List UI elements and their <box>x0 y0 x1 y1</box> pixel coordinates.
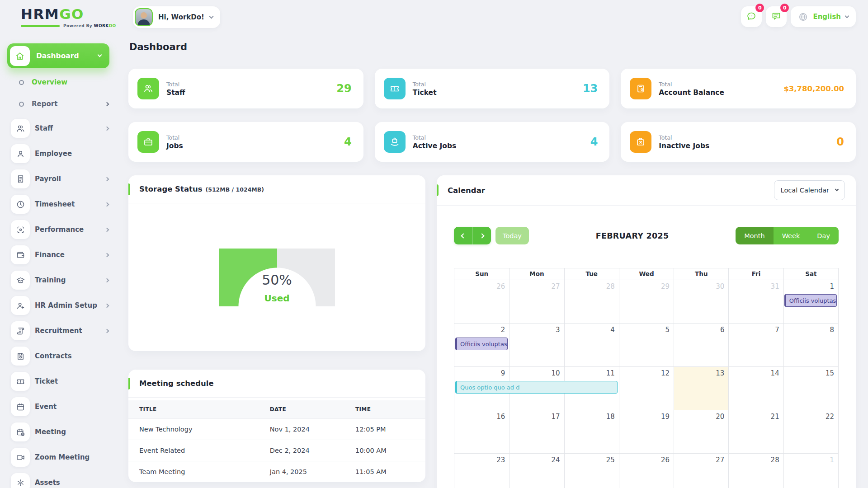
calendar-day-cell[interactable]: 23 <box>454 454 509 488</box>
calendar-week-row: 16171819202122 <box>454 410 838 453</box>
calendar-day-cell[interactable]: 16 <box>454 410 509 453</box>
calendar-source-value: Local Calendar <box>781 187 829 194</box>
notifications-button[interactable]: 0 <box>766 6 787 27</box>
day-header-sun: Sun <box>454 268 509 280</box>
stat-card-staff: TotalStaff29 <box>128 69 363 108</box>
sidebar-item-ticket[interactable]: Ticket <box>11 372 108 391</box>
day-number: 28 <box>606 282 615 291</box>
calendar-day-cell[interactable]: 7 <box>728 324 783 366</box>
calendar-day-cell[interactable]: 26 <box>454 280 509 323</box>
save-icon <box>11 347 30 366</box>
sidebar-item-employee[interactable]: Employee <box>11 144 108 163</box>
calendar-day-cell[interactable]: 4 <box>564 324 619 366</box>
calendar-day-cell[interactable]: 8 <box>783 324 838 366</box>
globe-icon <box>798 12 808 22</box>
prev-month-button[interactable] <box>454 227 472 244</box>
stat-value: 29 <box>332 82 351 95</box>
calendar-source-select[interactable]: Local Calendar <box>774 180 845 200</box>
sidebar-item-assets[interactable]: Assets <box>11 473 108 488</box>
chevron-down-icon <box>835 188 839 191</box>
sidebar-item-payroll[interactable]: Payroll <box>11 169 108 188</box>
calendar-day-cell[interactable]: 28 <box>564 280 619 323</box>
calendar-day-cell[interactable]: 29 <box>619 280 674 323</box>
sidebar-item-staff[interactable]: Staff <box>11 119 108 138</box>
stat-card-active-jobs: TotalActive Jobs4 <box>375 122 610 162</box>
next-month-button[interactable] <box>472 227 491 244</box>
calendar-view-day[interactable]: Day <box>808 227 839 244</box>
chevron-left-icon <box>461 233 466 238</box>
chevron-right-icon <box>105 126 109 131</box>
messages-button[interactable]: 0 <box>741 6 762 27</box>
calendar-day-cell[interactable]: 27 <box>674 454 728 488</box>
sidebar-item-timesheet[interactable]: Timesheet <box>11 195 108 214</box>
calendar-day-cell[interactable]: 22 <box>783 410 838 453</box>
day-number: 1 <box>830 456 834 464</box>
sidebar-item-hr-admin-setup[interactable]: HR Admin Setup <box>11 296 108 315</box>
sidebar-item-label: Timesheet <box>35 200 75 208</box>
calendar-day-cell[interactable]: 19 <box>619 410 674 453</box>
stat-prefix: Total <box>413 81 437 88</box>
day-number: 19 <box>661 413 670 421</box>
calendar-day-cell[interactable]: 18 <box>564 410 619 453</box>
sidebar-item-zoom-meeting[interactable]: Zoom Meeting <box>11 448 108 467</box>
calendar-body: Today FEBRUARY 2025 MonthWeekDay SunMonT… <box>437 206 856 488</box>
sidebar-item-label: Contracts <box>35 352 72 360</box>
sidebar-item-event[interactable]: Event <box>11 397 108 416</box>
topbar: Hi, WorkDo! 0 0 <box>128 6 856 28</box>
calendar-day-cell[interactable]: 31 <box>728 280 783 323</box>
sidebar-item-label: Overview <box>32 78 67 86</box>
sidebar-item-training[interactable]: Training <box>11 271 108 290</box>
bullet-circle-icon <box>19 80 24 85</box>
sidebar-item-contracts[interactable]: Contracts <box>11 347 108 366</box>
calendar-view-week[interactable]: Week <box>774 227 809 244</box>
calendar-view-month[interactable]: Month <box>736 227 773 244</box>
calendar-event[interactable]: Quos optio quo ad d <box>455 381 618 394</box>
logo-underline <box>21 25 60 27</box>
calendar-day-cell[interactable]: 27 <box>509 280 564 323</box>
sidebar-item-dashboard[interactable]: Dashboard <box>7 43 109 68</box>
ticket-icon <box>384 78 406 99</box>
calendar-event[interactable]: Officiis voluptas c <box>455 338 508 350</box>
calendar-day-cell[interactable]: 20 <box>674 410 728 453</box>
sidebar-item-recruitment[interactable]: Recruitment <box>11 321 108 340</box>
calendar-day-cell[interactable]: 3 <box>509 324 564 366</box>
user-menu[interactable]: Hi, WorkDo! <box>133 6 220 28</box>
day-number: 17 <box>551 413 560 421</box>
users-icon <box>11 119 30 138</box>
sidebar-item-performance[interactable]: Performance <box>11 220 108 239</box>
sidebar-item-meeting[interactable]: Meeting <box>11 422 108 441</box>
sidebar-item-report[interactable]: Report <box>19 97 108 111</box>
calendar-day-cell[interactable]: 24 <box>509 454 564 488</box>
sidebar: HRMGO Powered By WORKDO DashboardOvervie… <box>0 0 118 488</box>
home-icon <box>10 46 30 66</box>
language-selector[interactable]: English <box>791 6 856 27</box>
calendar-day-cell[interactable]: 13 <box>674 367 728 410</box>
calendar-day-cell[interactable]: 1 <box>783 454 838 488</box>
calendar-day-cell[interactable]: 15 <box>783 367 838 410</box>
chevron-right-icon <box>105 253 109 257</box>
calendar-day-cell[interactable]: 26 <box>619 454 674 488</box>
calendar-day-cell[interactable]: 25 <box>564 454 619 488</box>
language-label: English <box>813 13 841 21</box>
calendar-day-cell[interactable]: 14 <box>728 367 783 410</box>
day-number: 30 <box>716 282 724 291</box>
calendar-day-cell[interactable]: 5 <box>619 324 674 366</box>
video-icon <box>11 448 30 467</box>
sidebar-item-overview[interactable]: Overview <box>19 75 108 89</box>
chevron-right-icon <box>105 278 109 282</box>
calendar-event[interactable]: Officiis voluptas <box>784 294 837 307</box>
storage-gauge-area: 50% Used <box>128 203 425 351</box>
calendar-day-cell[interactable]: 12 <box>619 367 674 410</box>
calendar-day-cell[interactable]: 6 <box>674 324 728 366</box>
calendar-grid: SunMonTueWedThuFriSat2627282930311Offici… <box>454 268 839 488</box>
calendar-day-cell[interactable]: 17 <box>509 410 564 453</box>
calendar-day-cell[interactable]: 30 <box>674 280 728 323</box>
today-button[interactable]: Today <box>495 227 529 244</box>
calendar-day-cell[interactable]: 28 <box>728 454 783 488</box>
cap-icon <box>11 271 30 290</box>
sidebar-item-finance[interactable]: Finance <box>11 245 108 264</box>
sidebar-item-label: Assets <box>35 479 60 487</box>
day-number: 5 <box>665 326 670 334</box>
briefcase-hand-icon <box>384 131 406 153</box>
calendar-day-cell[interactable]: 21 <box>728 410 783 453</box>
